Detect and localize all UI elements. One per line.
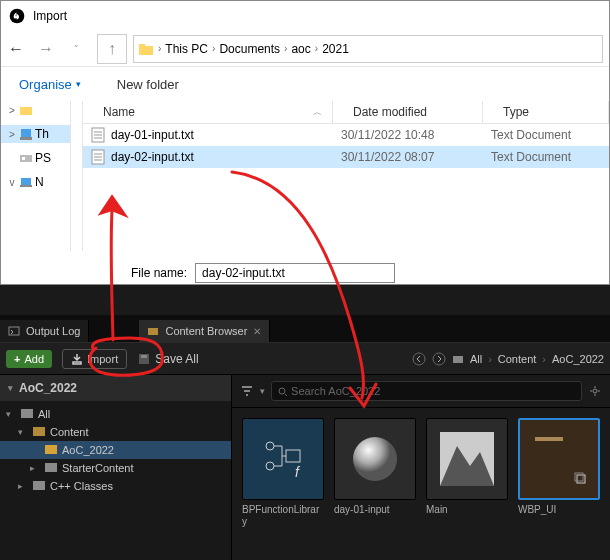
svg-point-30 bbox=[279, 388, 285, 394]
svg-rect-8 bbox=[21, 178, 31, 185]
nav-back-icon[interactable] bbox=[412, 352, 426, 366]
file-header: Name︿ Date modified Type bbox=[83, 101, 609, 124]
tree-item[interactable]: ▾ All bbox=[0, 405, 231, 423]
file-row[interactable]: day-01-input.txt 30/11/2022 10:48 Text D… bbox=[83, 124, 609, 146]
svg-line-31 bbox=[285, 394, 287, 396]
svg-rect-21 bbox=[141, 355, 147, 358]
breadcrumb[interactable]: › This PC› Documents› aoc› 2021 bbox=[133, 35, 603, 63]
asset-grid: f BPFunctionLibrary day-01-input bbox=[232, 408, 610, 538]
asset-item[interactable]: WBP_UI bbox=[518, 418, 600, 528]
svg-rect-41 bbox=[577, 475, 585, 483]
svg-rect-3 bbox=[20, 107, 32, 115]
path-bar: All› Content› AoC_2022 bbox=[412, 352, 604, 366]
nav-row: ← → ˅ ↑ › This PC› Documents› aoc› 2021 bbox=[1, 31, 609, 67]
crumb-item[interactable]: Documents bbox=[219, 42, 280, 56]
import-button[interactable]: Import bbox=[62, 349, 127, 369]
close-icon[interactable]: ✕ bbox=[253, 326, 261, 337]
svg-point-37 bbox=[353, 437, 397, 481]
svg-rect-27 bbox=[45, 445, 57, 454]
save-all-button[interactable]: Save All bbox=[137, 352, 198, 366]
tree-item[interactable]: AoC_2022 bbox=[0, 441, 231, 459]
nav-forward-button[interactable]: → bbox=[31, 34, 61, 64]
unreal-editor: Output Log Content Browser ✕ +Add Import… bbox=[0, 315, 610, 560]
save-icon bbox=[137, 352, 151, 366]
svg-point-34 bbox=[266, 462, 274, 470]
filename-label: File name: bbox=[131, 266, 187, 280]
file-row[interactable]: day-02-input.txt 30/11/2022 08:07 Text D… bbox=[83, 146, 609, 168]
filter-icon[interactable] bbox=[240, 384, 254, 398]
tab-content-browser[interactable]: Content Browser ✕ bbox=[139, 320, 270, 342]
folder-tree[interactable]: > > Th PS v N bbox=[1, 101, 71, 251]
folder-icon bbox=[138, 41, 154, 57]
nav-fwd-icon[interactable] bbox=[432, 352, 446, 366]
blueprint-icon: f bbox=[258, 434, 308, 484]
filename-row: File name: bbox=[1, 251, 609, 283]
folder-icon bbox=[147, 325, 159, 337]
col-date[interactable]: Date modified bbox=[333, 101, 483, 123]
sphere-icon bbox=[347, 431, 403, 487]
search-input[interactable]: Search AoC_2022 bbox=[271, 381, 582, 401]
svg-rect-19 bbox=[148, 328, 158, 335]
sources-panel: ▾ AoC_2022 ▾ All ▾ Content AoC_2022 bbox=[0, 375, 232, 560]
svg-text:f: f bbox=[295, 464, 301, 480]
asset-thumb bbox=[518, 418, 600, 500]
asset-item[interactable]: day-01-input bbox=[334, 418, 416, 528]
import-dialog: Import ← → ˅ ↑ › This PC› Documents› aoc… bbox=[0, 0, 610, 285]
tree-scrollbar[interactable] bbox=[71, 101, 83, 251]
add-button[interactable]: +Add bbox=[6, 350, 52, 368]
search-icon bbox=[278, 387, 288, 397]
tree-item[interactable]: ▸ StarterContent bbox=[0, 459, 231, 477]
svg-point-33 bbox=[266, 442, 274, 450]
asset-thumb: f bbox=[242, 418, 324, 500]
svg-rect-28 bbox=[45, 463, 57, 472]
file-list: Name︿ Date modified Type day-01-input.tx… bbox=[83, 101, 609, 251]
path-item[interactable]: AoC_2022 bbox=[552, 353, 604, 365]
col-name[interactable]: Name︿ bbox=[83, 101, 333, 123]
textfile-icon bbox=[91, 127, 105, 143]
svg-point-23 bbox=[433, 353, 445, 365]
filter-bar: ▾ Search AoC_2022 bbox=[232, 375, 610, 408]
asset-item[interactable]: f BPFunctionLibrary bbox=[242, 418, 324, 528]
nav-up-button[interactable]: ↑ bbox=[97, 34, 127, 64]
svg-rect-29 bbox=[33, 481, 45, 490]
sources-tree: ▾ All ▾ Content AoC_2022 ▸ Sta bbox=[0, 401, 231, 499]
path-item[interactable]: All bbox=[470, 353, 482, 365]
crumb-item[interactable]: 2021 bbox=[322, 42, 349, 56]
svg-rect-9 bbox=[20, 185, 32, 187]
svg-rect-24 bbox=[453, 356, 463, 363]
crumb-item[interactable]: This PC bbox=[165, 42, 208, 56]
svg-rect-40 bbox=[535, 437, 563, 441]
filename-input[interactable] bbox=[195, 263, 395, 283]
tree-item[interactable]: > bbox=[1, 101, 70, 119]
crumb-item[interactable]: aoc bbox=[291, 42, 310, 56]
settings-icon[interactable] bbox=[588, 384, 602, 398]
svg-rect-7 bbox=[22, 157, 25, 160]
svg-rect-2 bbox=[139, 44, 145, 48]
panel-tabs: Output Log Content Browser ✕ bbox=[0, 315, 610, 343]
col-type[interactable]: Type bbox=[483, 101, 609, 123]
new-folder-button[interactable]: New folder bbox=[117, 77, 179, 92]
tree-item[interactable]: v N bbox=[1, 173, 70, 191]
svg-rect-4 bbox=[21, 129, 31, 137]
svg-rect-5 bbox=[20, 137, 32, 140]
path-item[interactable]: Content bbox=[498, 353, 537, 365]
nav-back-button[interactable]: ← bbox=[1, 34, 31, 64]
svg-rect-25 bbox=[21, 409, 33, 418]
tree-item[interactable]: PS bbox=[1, 149, 70, 167]
nav-recent-button[interactable]: ˅ bbox=[61, 34, 91, 64]
folder-icon bbox=[452, 353, 464, 365]
content-toolbar: +Add Import Save All All› Content› AoC_2… bbox=[0, 343, 610, 375]
svg-point-22 bbox=[413, 353, 425, 365]
asset-thumb bbox=[334, 418, 416, 500]
tree-item[interactable]: ▾ Content bbox=[0, 423, 231, 441]
textfile-icon bbox=[91, 149, 105, 165]
tree-item[interactable]: > Th bbox=[1, 125, 70, 143]
sources-header[interactable]: ▾ AoC_2022 bbox=[0, 375, 231, 401]
organise-button[interactable]: Organise▾ bbox=[19, 77, 81, 92]
asset-item[interactable]: Main bbox=[426, 418, 508, 528]
tree-item[interactable]: ▸ C++ Classes bbox=[0, 477, 231, 495]
tab-output-log[interactable]: Output Log bbox=[0, 320, 89, 342]
svg-rect-6 bbox=[20, 155, 32, 162]
filter-chevron-icon[interactable]: ▾ bbox=[260, 386, 265, 396]
svg-rect-42 bbox=[575, 473, 583, 481]
